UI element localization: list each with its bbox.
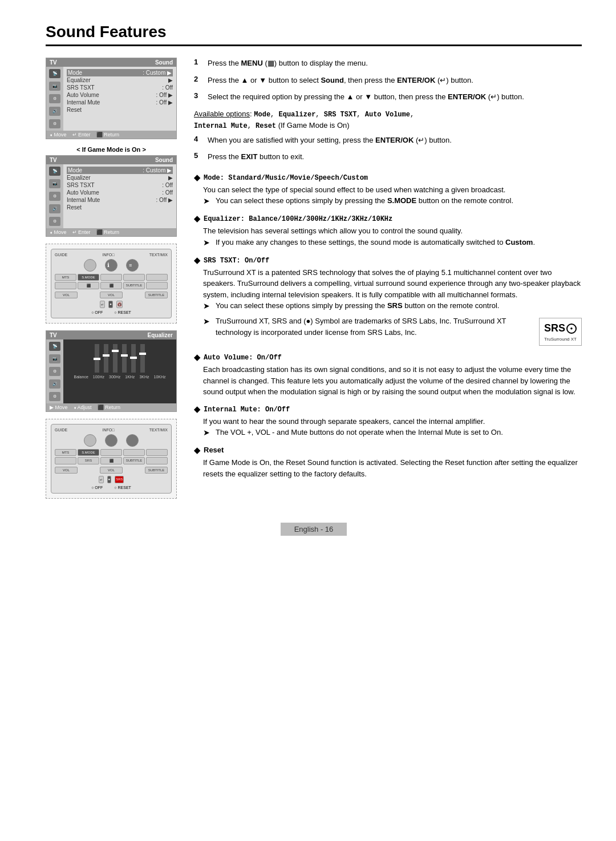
tv-icon-g1: 📡 <box>49 167 60 176</box>
menu-row-autovolume: Auto Volume: Off ▶ <box>67 91 173 99</box>
footer-badge: English - 16 <box>281 523 347 536</box>
bullet-mode-body: You can select the type of special sound… <box>203 184 582 196</box>
remote-textmix-button: ≡ <box>126 259 139 272</box>
step-2-text: Press the ▲ or ▼ button to select Sound,… <box>208 75 473 86</box>
eq-header-right: Equalizer <box>148 332 173 338</box>
tv-icon-g3: ⚙ <box>49 192 60 201</box>
bullet-eq-body: The television has several settings whic… <box>203 225 582 237</box>
game-menu-row-reset: Reset <box>67 204 173 211</box>
arrow-srs-2: ➤ TruSurround XT, SRS and (●) Symbol are… <box>203 316 582 346</box>
bullet-srs: ◆ SRS TSXT: On/Off TruSurround XT is a p… <box>194 256 582 346</box>
diamond-eq-icon: ◆ <box>194 214 200 223</box>
bullet-mode: ◆ Mode: Standard/Music/Movie/Speech/Cust… <box>194 173 582 208</box>
remote2-sub-btn: SUBTITLE <box>145 467 168 474</box>
tv-menu-1-header-right: Sound <box>155 59 173 66</box>
eq-footer-return: ⬛ Return <box>98 405 121 410</box>
step-5-text: Press the EXIT button to exit. <box>208 151 304 163</box>
eq-slider-10khz <box>140 344 145 373</box>
srs-trusurround-label: TruSurround XT <box>544 336 577 343</box>
diamond-icon: ◆ <box>194 173 200 182</box>
remote2-btn-10 <box>146 457 168 464</box>
eq-label-100hz: 100Hz <box>93 375 104 379</box>
footer-return-2: ⬛ Return <box>96 229 120 235</box>
eq-footer-move: ▶ Move <box>50 405 68 410</box>
bullet-av-title: ◆ Auto Volume: On/Off <box>194 353 582 362</box>
arrow-mode-1: ➤ You can select these options simply by… <box>203 195 582 207</box>
menu-row-mode: Mode: Custom ▶ <box>67 69 173 76</box>
arrow-icon: ➤ <box>203 195 211 207</box>
remote-circle-left <box>84 259 96 272</box>
bullet-reset: ◆ Reset If Game Mode is On, the Reset So… <box>194 446 582 479</box>
remote2-ok-btn: ● <box>107 476 112 483</box>
left-column: TV Sound 📡 📷 ⚙ 🔊 ⚙ Mode: Custom ▶ Equali… <box>46 58 177 506</box>
eq-slider-3khz <box>131 344 136 373</box>
eq-slider-area: Balance 100Hz 300Hz 1KHz 3KHz 10KHz <box>63 339 176 403</box>
step-4: 4 When you are satisfied with your setti… <box>194 135 582 146</box>
arrow-srs-icon-1: ➤ <box>203 300 211 312</box>
menu-row-equalizer: Equalizer▶ <box>67 76 173 84</box>
bullet-im-body: If you want to hear the sound through se… <box>203 416 582 427</box>
remote-btn-7: ⬛ <box>78 282 99 289</box>
remote-btn-5 <box>146 274 168 281</box>
game-menu-row-avol: Auto Volume: Off <box>67 189 173 196</box>
diamond-av-icon: ◆ <box>194 353 200 362</box>
eq-label-balance: Balance <box>74 375 88 379</box>
step-4-num: 4 <box>194 135 203 146</box>
remote2-info-button <box>105 434 117 447</box>
remote2-textmix-label: TEXT/MIX <box>149 428 168 432</box>
game-mode-label: < If Game Mode is On > <box>46 146 177 153</box>
remote2-circle-left <box>84 434 96 447</box>
tv-menu-sound-game: TV Sound 📡 📷 ⚙ 🔊 ⚙ Mode: Custom ▶ Equali… <box>46 155 177 237</box>
remote2-btn-8: ⬛ <box>100 457 122 464</box>
arrow-im-1: ➤ The VOL +, VOL - and Mute buttons do n… <box>203 427 582 439</box>
remote-btn-3 <box>100 274 122 281</box>
tv-menu-2-header-right: Sound <box>155 157 173 163</box>
tv-icon-3: ⚙ <box>49 94 60 103</box>
game-menu-row-mute: Internal Mute: Off ▶ <box>67 196 173 204</box>
tv-icon-1: 📡 <box>49 69 60 78</box>
step-3-text: Select the required option by pressing t… <box>208 91 524 103</box>
footer-return: ⬛ Return <box>96 132 120 138</box>
remote-ok-btn: ● <box>108 301 113 308</box>
remote-info-label: INFO□ <box>102 253 114 257</box>
step-3: 3 Select the required option by pressing… <box>194 91 582 103</box>
footer-move-2: ⬧ Move <box>50 229 67 235</box>
remote-reset-label: ○ RESET <box>114 310 131 314</box>
remote-control-2: GUIDE INFO□ TEXT/MIX MTS S.MODE SRS <box>46 419 177 499</box>
remote2-btn-1: MTS <box>55 449 76 456</box>
step-2-num: 2 <box>194 75 203 86</box>
eq-menu-screen: TV Equalizer 📡 📷 ⚙ 🔊 ⚙ <box>46 330 177 412</box>
eq-label-300hz: 300Hz <box>109 375 120 379</box>
bullet-av-body: Each broadcasting station has its own si… <box>203 364 582 398</box>
remote2-enter-btn: ↵ <box>99 476 104 483</box>
bullet-reset-body: If Game Mode is On, the Reset Sound func… <box>203 457 582 479</box>
remote2-info-label: INFO□ <box>102 428 114 432</box>
eq-icon-3: ⚙ <box>49 367 60 376</box>
step-4-text: When you are satisfied with your setting… <box>208 135 452 146</box>
remote-btn-10 <box>146 282 168 289</box>
bullet-auto-volume: ◆ Auto Volume: On/Off Each broadcasting … <box>194 353 582 398</box>
game-menu-row-srs: SRS TSXT: Off <box>67 181 173 189</box>
menu-row-srs: SRS TSXT: Off <box>67 84 173 91</box>
remote2-vol-btn: VOL <box>55 467 78 474</box>
diamond-im-icon: ◆ <box>194 405 200 414</box>
step-3-num: 3 <box>194 91 203 103</box>
right-column: 1 Press the MENU (▦) button to display t… <box>194 58 582 506</box>
eq-header-left: TV <box>50 332 57 338</box>
remote2-ch-btn: VOL <box>100 467 123 474</box>
eq-icon-2: 📷 <box>49 354 60 363</box>
footer-enter: ↵ Enter <box>72 132 91 138</box>
arrow-eq-1: ➤ If you make any changes to these setti… <box>203 237 582 249</box>
tv-menu-2-header-left: TV <box>50 157 57 163</box>
remote2-guide-label: GUIDE <box>55 428 67 432</box>
tv-icon-5: ⚙ <box>49 119 60 128</box>
tv-menu-1-header-left: TV <box>50 59 57 66</box>
remote2-subtitle: SUBTITLE <box>123 457 145 464</box>
step-1-text: Press the MENU (▦) button to display the… <box>208 58 368 69</box>
remote-btn-8: ⬛ <box>100 282 122 289</box>
diamond-reset-icon: ◆ <box>194 446 200 455</box>
game-menu-row-eq: Equalizer▶ <box>67 174 173 181</box>
remote2-btn-5 <box>146 449 168 456</box>
remote-btn-1: MTS <box>55 274 76 281</box>
remote2-btn-srs: SRS <box>78 457 99 464</box>
